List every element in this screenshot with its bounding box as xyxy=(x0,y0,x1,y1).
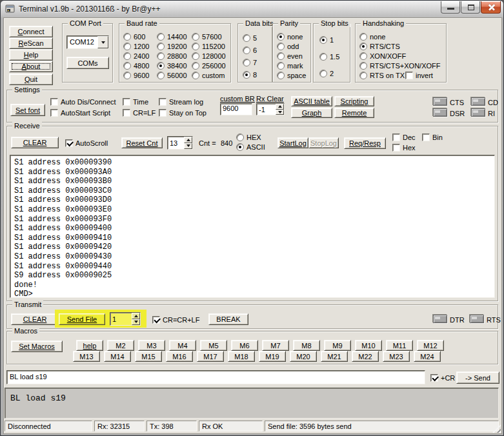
databits-7-option[interactable]: 7 xyxy=(243,58,257,67)
connect-button[interactable]: Connect xyxy=(9,26,53,37)
parity-mark-option[interactable]: mark xyxy=(277,61,303,70)
set-macros-button[interactable]: Set Macros xyxy=(11,341,63,352)
macro-button-m16[interactable]: M16 xyxy=(166,351,193,362)
macro-button-m23[interactable]: M23 xyxy=(383,351,410,362)
rx-clear-input[interactable] xyxy=(257,104,276,115)
baud-256000-option[interactable]: 256000 xyxy=(192,61,226,70)
macro-button-m18[interactable]: M18 xyxy=(228,351,255,362)
custom-br-label[interactable]: custom BR xyxy=(220,95,255,103)
receive-terminal[interactable]: S1 address 0x00009390 S1 address 0x00009… xyxy=(10,155,495,298)
baud-14400-option[interactable]: 14400 xyxy=(157,32,187,41)
baud-115200-option[interactable]: 115200 xyxy=(192,42,225,51)
baud-28800-option[interactable]: 28800 xyxy=(157,52,187,61)
parity-even-option[interactable]: even xyxy=(277,52,303,61)
command-field[interactable] xyxy=(6,370,425,384)
spin-down-icon[interactable] xyxy=(132,319,140,326)
handshake-none-option[interactable]: none xyxy=(359,32,385,41)
restore-button[interactable] xyxy=(461,1,480,14)
rx-clear-label[interactable]: Rx Clear xyxy=(256,95,284,103)
hex-checkbox[interactable]: Hex xyxy=(392,143,416,152)
rx-lines-input[interactable] xyxy=(168,137,184,149)
baud-custom-option[interactable]: custom xyxy=(192,71,225,80)
bin-checkbox[interactable]: Bin xyxy=(422,133,443,142)
baud-38400-option[interactable]: 38400 xyxy=(157,61,187,70)
macro-button-m4[interactable]: M4 xyxy=(169,340,196,351)
handshake-xonxoff-option[interactable]: XON/XOFF xyxy=(359,52,406,61)
spin-up-icon[interactable] xyxy=(132,313,140,319)
send-count-stepper[interactable] xyxy=(110,312,141,326)
stopbits-1-option[interactable]: 1 xyxy=(319,35,334,45)
autostart-script-checkbox[interactable]: AutoStart Script xyxy=(50,108,110,117)
help-button[interactable]: Help xyxy=(9,49,53,61)
macro-button-m10[interactable]: M10 xyxy=(355,340,382,351)
remote-button[interactable]: Remote xyxy=(334,108,374,118)
custom-br-field[interactable] xyxy=(220,103,252,115)
transmit-history[interactable]: BL load s19 xyxy=(5,388,499,419)
baud-56000-option[interactable]: 56000 xyxy=(157,71,187,80)
macro-button-m11[interactable]: M11 xyxy=(386,340,413,351)
databits-5-option[interactable]: 5 xyxy=(243,34,257,43)
reset-cnt-button[interactable]: Reset Cnt xyxy=(121,137,163,148)
macro-button-m9[interactable]: M9 xyxy=(324,340,351,351)
parity-space-option[interactable]: space xyxy=(277,71,306,80)
quit-button[interactable]: Quit xyxy=(9,74,53,85)
spin-up-icon[interactable] xyxy=(184,137,192,143)
spin-down-icon[interactable] xyxy=(184,143,192,150)
macro-button-m22[interactable]: M22 xyxy=(352,351,379,362)
macro-button-m14[interactable]: M14 xyxy=(104,351,131,362)
baud-4800-option[interactable]: 4800 xyxy=(123,61,149,70)
time-checkbox[interactable]: Time xyxy=(123,97,148,106)
transmit-clear-button[interactable]: CLEAR xyxy=(11,313,59,325)
cr-crlf-checkbox[interactable]: CR=CR+LF xyxy=(152,315,199,324)
macro-button-m3[interactable]: M3 xyxy=(138,340,165,351)
spin-up-icon[interactable] xyxy=(276,104,284,110)
databits-8-option[interactable]: 8 xyxy=(243,70,257,79)
baud-128000-option[interactable]: 128000 xyxy=(192,52,226,61)
macro-button-m19[interactable]: M19 xyxy=(259,351,286,362)
set-font-button[interactable]: Set font xyxy=(10,104,45,116)
spin-down-icon[interactable] xyxy=(276,110,284,115)
send-count-input[interactable] xyxy=(110,313,132,325)
macro-button-m1[interactable]: help xyxy=(76,340,103,351)
ascii-mode-option[interactable]: ASCII xyxy=(236,143,265,152)
titlebar[interactable]: Terminal v1.9b - 20130116ß - by Br@y++ xyxy=(1,1,503,17)
baud-1200-option[interactable]: 1200 xyxy=(123,42,149,51)
command-input[interactable] xyxy=(7,371,425,382)
stoplog-button[interactable]: StopLog xyxy=(308,137,339,148)
databits-6-option[interactable]: 6 xyxy=(243,46,257,55)
macro-button-m13[interactable]: M13 xyxy=(73,351,100,362)
close-button[interactable] xyxy=(481,1,501,14)
baud-9600-option[interactable]: 9600 xyxy=(123,71,149,80)
stopbits-1.5-option[interactable]: 1.5 xyxy=(319,52,339,61)
minimize-button[interactable] xyxy=(441,1,460,14)
send-command-button[interactable]: -> Send xyxy=(456,372,499,384)
macro-button-m6[interactable]: M6 xyxy=(231,340,258,351)
chevron-down-icon[interactable] xyxy=(97,36,108,48)
about-button[interactable]: About xyxy=(9,61,53,72)
invert-checkbox[interactable]: invert xyxy=(405,71,433,80)
stopbits-2-option[interactable]: 2 xyxy=(319,69,334,78)
startlog-button[interactable]: StartLog xyxy=(277,137,308,148)
graph-button[interactable]: Graph xyxy=(291,108,332,118)
handshake-rtscts-option[interactable]: RTS/CTS xyxy=(359,42,400,51)
macro-button-m8[interactable]: M8 xyxy=(293,340,320,351)
break-button[interactable]: BREAK xyxy=(208,313,248,325)
macro-button-m21[interactable]: M21 xyxy=(321,351,348,362)
rx-clear-stepper[interactable] xyxy=(256,103,285,115)
hex-mode-option[interactable]: HEX xyxy=(236,133,261,142)
macro-button-m20[interactable]: M20 xyxy=(290,351,317,362)
send-file-button[interactable]: Send File xyxy=(59,313,105,325)
macro-button-m15[interactable]: M15 xyxy=(135,351,162,362)
stream-log-checkbox[interactable]: Stream log xyxy=(159,97,203,106)
baud-2400-option[interactable]: 2400 xyxy=(123,52,149,61)
rescan-button[interactable]: ReScan xyxy=(9,37,53,49)
rx-lines-stepper[interactable] xyxy=(167,136,193,150)
req-resp-button[interactable]: Req/Resp xyxy=(344,137,386,149)
baud-600-option[interactable]: 600 xyxy=(123,32,145,41)
macro-button-m2[interactable]: M2 xyxy=(107,340,134,351)
handshake-rtscts-xonxoff-option[interactable]: RTS/CTS+XON/XOFF xyxy=(359,61,441,70)
custom-br-input[interactable] xyxy=(221,104,252,113)
macro-button-m12[interactable]: M12 xyxy=(417,340,444,351)
baud-19200-option[interactable]: 19200 xyxy=(157,42,187,51)
scripting-button[interactable]: Scripting xyxy=(334,96,374,106)
